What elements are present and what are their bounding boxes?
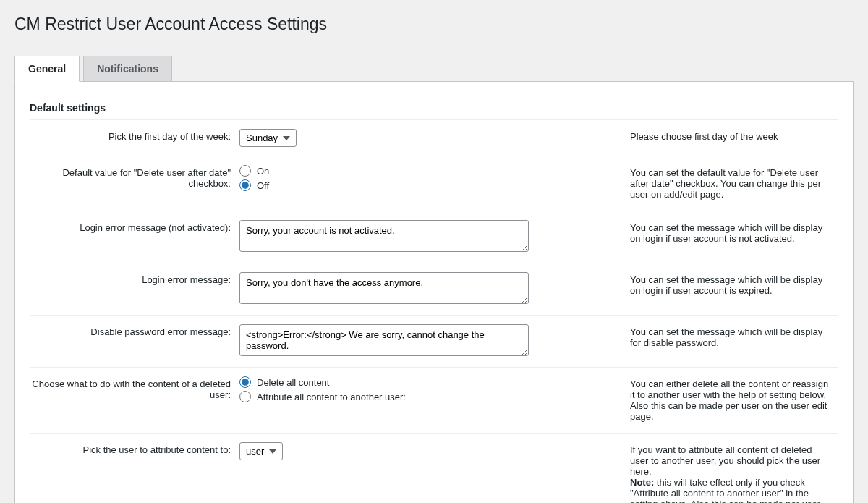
radio-attribute-content[interactable] <box>239 391 251 402</box>
radio-on-text: On <box>257 166 269 177</box>
settings-table: Pick the first day of the week: Sunday P… <box>30 120 838 503</box>
attribute-user-select[interactable]: user <box>239 442 283 460</box>
desc-login-expired: You can set the message which will be di… <box>630 263 838 316</box>
label-disable-password: Disable password error message: <box>30 316 239 368</box>
desc-deleted-content: You can either delete all the content or… <box>630 368 838 434</box>
section-heading: Default settings <box>30 96 838 120</box>
desc-first-day: Please choose first day of the week <box>630 120 838 156</box>
label-login-not-activated: Login error message (not activated): <box>30 211 239 263</box>
radio-attribute-content-text: Attribute all content to another user: <box>257 392 406 402</box>
radio-delete-content-text: Delete all content <box>257 377 329 388</box>
login-expired-input[interactable]: Sorry, you don't have the access anymore… <box>239 272 529 304</box>
tab-general[interactable]: General <box>14 56 80 82</box>
row-first-day: Pick the first day of the week: Sunday P… <box>30 120 838 156</box>
radio-attribute-content-label[interactable]: Attribute all content to another user: <box>239 391 621 402</box>
radio-on-label[interactable]: On <box>239 165 621 177</box>
row-delete-default: Default value for "Delete user after dat… <box>30 156 838 211</box>
radio-on[interactable] <box>239 165 251 177</box>
row-login-not-activated: Login error message (not activated): Sor… <box>30 211 838 263</box>
radio-delete-content-label[interactable]: Delete all content <box>239 376 621 388</box>
label-first-day: Pick the first day of the week: <box>30 120 239 156</box>
row-login-expired: Login error message: Sorry, you don't ha… <box>30 263 838 316</box>
login-not-activated-input[interactable]: Sorry, your account is not activated. <box>239 220 529 252</box>
page-title: CM Restrict User Account Access Settings <box>14 14 854 34</box>
label-attribute-user: Pick the user to attribute content to: <box>30 434 239 504</box>
first-day-select[interactable]: Sunday <box>239 129 297 147</box>
radio-off[interactable] <box>239 179 251 191</box>
label-login-expired: Login error message: <box>30 263 239 316</box>
desc-attribute-user-pre: If you want to attribute all content of … <box>630 444 820 477</box>
disable-password-input[interactable]: <strong>Error:</strong> We are sorry, ca… <box>239 324 529 356</box>
desc-delete-default: You can set the default value for "Delet… <box>630 156 838 211</box>
row-disable-password: Disable password error message: <strong>… <box>30 316 838 368</box>
desc-attribute-user-post: this will take effect only if you check … <box>630 477 820 503</box>
radio-delete-content[interactable] <box>239 376 251 388</box>
note-label: Note: <box>630 477 654 488</box>
desc-disable-password: You can set the message which will be di… <box>630 316 838 368</box>
radio-off-text: Off <box>257 180 269 191</box>
tab-notifications[interactable]: Notifications <box>83 56 172 81</box>
settings-panel: Default settings Pick the first day of t… <box>14 82 854 503</box>
label-deleted-content: Choose what to do with the content of a … <box>30 368 239 434</box>
desc-attribute-user: If you want to attribute all content of … <box>630 434 838 504</box>
tabs: General Notifications <box>14 56 854 82</box>
row-deleted-content: Choose what to do with the content of a … <box>30 368 838 434</box>
row-attribute-user: Pick the user to attribute content to: u… <box>30 434 838 504</box>
label-delete-default: Default value for "Delete user after dat… <box>30 156 239 211</box>
radio-off-label[interactable]: Off <box>239 179 621 191</box>
desc-login-not-activated: You can set the message which will be di… <box>630 211 838 263</box>
